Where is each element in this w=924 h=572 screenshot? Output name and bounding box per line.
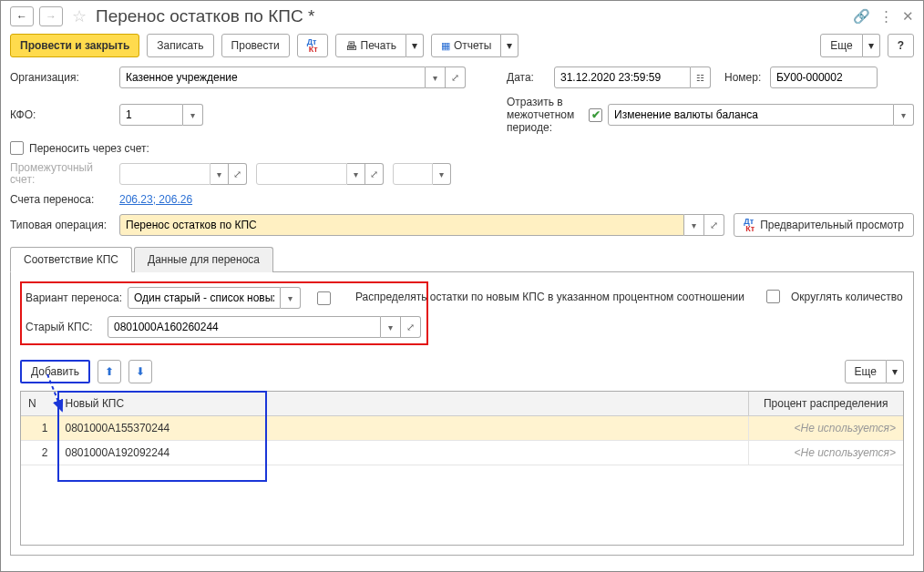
print-dropdown[interactable]: ▾ [406, 34, 424, 57]
variant-dropdown[interactable] [281, 287, 301, 309]
more-dropdown[interactable]: ▾ [863, 34, 880, 57]
intermed-acc-2-dd [347, 163, 365, 185]
add-button[interactable]: Добавить [20, 360, 90, 383]
col-new-header[interactable]: Новый КПС [57, 392, 748, 416]
kfo-label: КФО: [10, 108, 119, 121]
print-button[interactable]: Печать [335, 34, 406, 57]
window-title: Перенос остатков по КПС * [96, 6, 314, 26]
link-icon[interactable]: 🔗 [853, 8, 870, 25]
intermed-acc-input-1 [119, 163, 210, 185]
interperiod-label: Отразить в межотчетном периоде: [507, 96, 589, 134]
carry-via-label: Переносить через счет: [29, 142, 149, 155]
header: ← → ☆ Перенос остатков по КПС * 🔗 ⋮ ✕ [1, 1, 923, 30]
interperiod-input[interactable] [608, 104, 894, 126]
carry-via-checkbox[interactable] [10, 141, 24, 155]
tab-correspondence[interactable]: Соответствие КПС [10, 247, 132, 272]
reports-dropdown[interactable]: ▾ [501, 34, 518, 57]
transfer-acc-label: Счета переноса: [10, 193, 119, 206]
table-more-dropdown[interactable]: ▾ [887, 360, 904, 383]
intermed-acc-1-open [229, 163, 247, 185]
row-kps[interactable]: 0801000А155370244 [57, 416, 748, 441]
date-label: Дата: [507, 71, 554, 84]
col-n-header[interactable]: N [21, 392, 57, 416]
save-button[interactable]: Записать [147, 34, 213, 57]
interperiod-checkbox[interactable] [589, 108, 602, 122]
intermed-acc-label: Промежуточный счет: [10, 162, 119, 186]
tabs: Соответствие КПС Данные для переноса [10, 246, 914, 272]
old-kps-input[interactable] [108, 316, 381, 338]
intermed-acc-2-open [365, 163, 384, 185]
kfo-dropdown[interactable] [183, 104, 203, 126]
move-up-button[interactable]: ⬆ [98, 360, 121, 383]
row-n: 2 [21, 441, 57, 465]
submit-button[interactable]: Провести [221, 34, 290, 57]
table-row[interactable]: 2 0801000А192092244 <Не используется> [21, 441, 903, 465]
number-label: Номер: [724, 71, 770, 84]
org-label: Организация: [10, 71, 119, 84]
favorite-icon[interactable]: ☆ [72, 6, 87, 26]
print-label: Печать [361, 39, 396, 52]
row-n: 1 [21, 416, 57, 441]
intermed-acc-input-3 [393, 163, 433, 185]
round-qty-label: Округлять количество [791, 291, 903, 303]
reports-label: Отчеты [454, 39, 491, 52]
variant-label: Вариант переноса: [26, 291, 122, 304]
table-row[interactable]: 1 0801000А155370244 <Не используется> [21, 416, 903, 441]
submit-close-button[interactable]: Провести и закрыть [10, 34, 139, 57]
col-pct-header[interactable]: Процент распределения [748, 392, 903, 416]
table-more-button[interactable]: Еще [845, 360, 887, 383]
typical-op-label: Типовая операция: [10, 219, 119, 231]
variant-input[interactable] [128, 287, 281, 309]
org-dropdown[interactable] [426, 66, 446, 88]
kps-table: N Новый КПС Процент распределения 1 0801… [20, 391, 904, 546]
typical-op-open[interactable] [704, 214, 724, 236]
main-toolbar: Провести и закрыть Записать Провести ДтК… [1, 30, 923, 66]
back-button[interactable]: ← [10, 6, 34, 26]
preview-label: Предварительный просмотр [760, 219, 904, 231]
more-button[interactable]: Еще [820, 34, 862, 57]
typical-op-dropdown[interactable] [684, 214, 704, 236]
number-input[interactable] [770, 66, 878, 88]
org-open[interactable] [446, 66, 466, 88]
date-calendar[interactable] [691, 66, 711, 88]
interperiod-dropdown[interactable] [894, 104, 914, 126]
tab-content: Вариант переноса: Старый КПС: [10, 272, 914, 556]
typical-op-input[interactable] [119, 214, 684, 236]
intermed-acc-1-dd [210, 163, 229, 185]
round-qty-checkbox[interactable] [766, 290, 780, 303]
org-input[interactable] [119, 66, 426, 88]
old-kps-open[interactable] [401, 316, 421, 338]
form-body: Организация: Дата: Номер: КФО: [1, 66, 923, 556]
menu-icon[interactable]: ⋮ [879, 8, 893, 25]
forward-button: → [39, 6, 63, 26]
row-pct: <Не используется> [748, 416, 903, 441]
tab-transfer-data[interactable]: Данные для переноса [134, 247, 273, 272]
intermed-acc-input-2 [256, 163, 347, 185]
old-kps-dropdown[interactable] [381, 316, 401, 338]
row-kps[interactable]: 0801000А192092244 [57, 441, 748, 465]
kfo-input[interactable] [119, 104, 183, 126]
distribute-checkbox[interactable] [317, 291, 331, 305]
intermed-acc-3-dd [433, 163, 451, 185]
dtkt-button[interactable]: ДтКт [297, 34, 328, 57]
close-icon[interactable]: ✕ [902, 8, 914, 25]
reports-button[interactable]: Отчеты [431, 34, 501, 57]
distribute-label: Распределять остатки по новым КПС в указ… [355, 291, 744, 303]
preview-button[interactable]: ДтКт Предварительный просмотр [734, 213, 914, 237]
date-input[interactable] [554, 66, 691, 88]
row-pct: <Не используется> [748, 441, 903, 465]
transfer-acc-link[interactable]: 206.23; 206.26 [119, 193, 192, 206]
help-button[interactable]: ? [888, 34, 914, 57]
move-down-button[interactable]: ⬇ [128, 360, 152, 383]
old-kps-label: Старый КПС: [26, 321, 102, 333]
